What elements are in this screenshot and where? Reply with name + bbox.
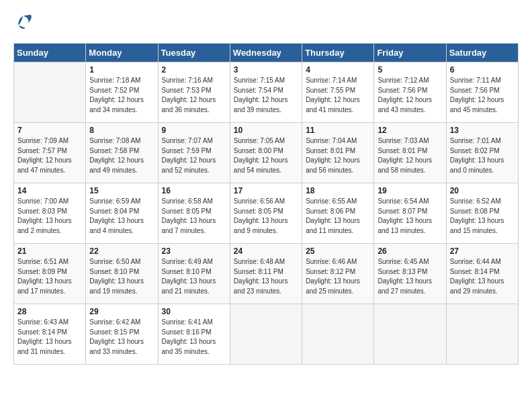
calendar-cell: 10Sunrise: 7:05 AM Sunset: 8:00 PM Dayli… [230, 123, 302, 183]
day-info: Sunrise: 6:46 AM Sunset: 8:12 PM Dayligh… [306, 257, 370, 296]
day-number: 29 [89, 307, 154, 316]
calendar-cell: 22Sunrise: 6:50 AM Sunset: 8:10 PM Dayli… [86, 244, 158, 304]
col-header-tuesday: Tuesday [158, 44, 230, 62]
calendar-cell [302, 304, 374, 365]
day-number: 25 [306, 246, 370, 256]
calendar-cell [374, 304, 446, 365]
day-info: Sunrise: 6:51 AM Sunset: 8:09 PM Dayligh… [17, 257, 82, 296]
logo-icon [13, 13, 32, 32]
day-info: Sunrise: 6:44 AM Sunset: 8:14 PM Dayligh… [450, 257, 515, 296]
day-number: 20 [450, 186, 515, 195]
day-number: 13 [450, 126, 515, 135]
calendar-cell: 16Sunrise: 6:58 AM Sunset: 8:05 PM Dayli… [158, 183, 230, 244]
day-info: Sunrise: 6:58 AM Sunset: 8:05 PM Dayligh… [162, 197, 226, 236]
day-info: Sunrise: 7:12 AM Sunset: 7:56 PM Dayligh… [378, 76, 442, 115]
day-info: Sunrise: 7:03 AM Sunset: 8:01 PM Dayligh… [378, 136, 442, 175]
day-info: Sunrise: 6:48 AM Sunset: 8:11 PM Dayligh… [234, 257, 298, 296]
calendar-table: SundayMondayTuesdayWednesdayThursdayFrid… [13, 43, 519, 365]
calendar-cell: 1Sunrise: 7:18 AM Sunset: 7:52 PM Daylig… [86, 62, 158, 123]
day-info: Sunrise: 7:00 AM Sunset: 8:03 PM Dayligh… [17, 197, 82, 236]
day-info: Sunrise: 7:18 AM Sunset: 7:52 PM Dayligh… [89, 76, 154, 115]
day-number: 6 [450, 65, 515, 75]
day-info: Sunrise: 6:55 AM Sunset: 8:06 PM Dayligh… [306, 197, 370, 236]
calendar-cell: 13Sunrise: 7:01 AM Sunset: 8:02 PM Dayli… [446, 123, 518, 183]
day-info: Sunrise: 6:50 AM Sunset: 8:10 PM Dayligh… [89, 257, 154, 296]
day-info: Sunrise: 7:14 AM Sunset: 7:55 PM Dayligh… [306, 76, 370, 115]
calendar-cell: 12Sunrise: 7:03 AM Sunset: 8:01 PM Dayli… [374, 123, 446, 183]
day-number: 1 [89, 65, 154, 75]
calendar-cell: 19Sunrise: 6:54 AM Sunset: 8:07 PM Dayli… [374, 183, 446, 244]
calendar-cell: 25Sunrise: 6:46 AM Sunset: 8:12 PM Dayli… [302, 244, 374, 304]
calendar-cell: 8Sunrise: 7:08 AM Sunset: 7:58 PM Daylig… [86, 123, 158, 183]
day-number: 19 [378, 186, 442, 195]
page-header [13, 13, 519, 32]
calendar-cell: 18Sunrise: 6:55 AM Sunset: 8:06 PM Dayli… [302, 183, 374, 244]
calendar-cell: 17Sunrise: 6:56 AM Sunset: 8:05 PM Dayli… [230, 183, 302, 244]
calendar-cell: 4Sunrise: 7:14 AM Sunset: 7:55 PM Daylig… [302, 62, 374, 123]
col-header-saturday: Saturday [446, 44, 518, 62]
col-header-monday: Monday [86, 44, 158, 62]
day-number: 7 [17, 126, 82, 135]
day-number: 3 [234, 65, 298, 75]
day-info: Sunrise: 6:52 AM Sunset: 8:08 PM Dayligh… [450, 197, 515, 236]
calendar-cell [446, 304, 518, 365]
day-info: Sunrise: 6:49 AM Sunset: 8:10 PM Dayligh… [162, 257, 226, 296]
day-info: Sunrise: 6:42 AM Sunset: 8:15 PM Dayligh… [89, 318, 154, 357]
calendar-cell: 21Sunrise: 6:51 AM Sunset: 8:09 PM Dayli… [14, 244, 86, 304]
col-header-wednesday: Wednesday [230, 44, 302, 62]
col-header-sunday: Sunday [14, 44, 86, 62]
day-info: Sunrise: 6:45 AM Sunset: 8:13 PM Dayligh… [378, 257, 442, 296]
calendar-cell: 15Sunrise: 6:59 AM Sunset: 8:04 PM Dayli… [86, 183, 158, 244]
day-number: 12 [378, 126, 442, 135]
day-info: Sunrise: 7:05 AM Sunset: 8:00 PM Dayligh… [234, 136, 298, 175]
day-number: 27 [450, 246, 515, 256]
day-info: Sunrise: 7:15 AM Sunset: 7:54 PM Dayligh… [234, 76, 298, 115]
day-number: 10 [234, 126, 298, 135]
day-number: 17 [234, 186, 298, 195]
day-info: Sunrise: 6:43 AM Sunset: 8:14 PM Dayligh… [17, 318, 82, 357]
calendar-cell: 9Sunrise: 7:07 AM Sunset: 7:59 PM Daylig… [158, 123, 230, 183]
day-info: Sunrise: 7:07 AM Sunset: 7:59 PM Dayligh… [162, 136, 226, 175]
day-number: 21 [17, 246, 82, 256]
calendar-cell: 24Sunrise: 6:48 AM Sunset: 8:11 PM Dayli… [230, 244, 302, 304]
calendar-cell: 2Sunrise: 7:16 AM Sunset: 7:53 PM Daylig… [158, 62, 230, 123]
calendar-cell: 30Sunrise: 6:41 AM Sunset: 8:16 PM Dayli… [158, 304, 230, 365]
calendar-cell: 7Sunrise: 7:09 AM Sunset: 7:57 PM Daylig… [14, 123, 86, 183]
calendar-cell: 27Sunrise: 6:44 AM Sunset: 8:14 PM Dayli… [446, 244, 518, 304]
calendar-cell [230, 304, 302, 365]
day-info: Sunrise: 6:54 AM Sunset: 8:07 PM Dayligh… [378, 197, 442, 236]
day-info: Sunrise: 7:09 AM Sunset: 7:57 PM Dayligh… [17, 136, 82, 175]
calendar-cell: 23Sunrise: 6:49 AM Sunset: 8:10 PM Dayli… [158, 244, 230, 304]
day-number: 8 [89, 126, 154, 135]
day-number: 5 [378, 65, 442, 75]
day-number: 18 [306, 186, 370, 195]
calendar-cell: 14Sunrise: 7:00 AM Sunset: 8:03 PM Dayli… [14, 183, 86, 244]
day-info: Sunrise: 6:56 AM Sunset: 8:05 PM Dayligh… [234, 197, 298, 236]
logo [13, 13, 35, 32]
calendar-cell [14, 62, 86, 123]
col-header-friday: Friday [374, 44, 446, 62]
day-number: 11 [306, 126, 370, 135]
day-number: 22 [89, 246, 154, 256]
calendar-cell: 28Sunrise: 6:43 AM Sunset: 8:14 PM Dayli… [14, 304, 86, 365]
calendar-cell: 3Sunrise: 7:15 AM Sunset: 7:54 PM Daylig… [230, 62, 302, 123]
day-info: Sunrise: 7:04 AM Sunset: 8:01 PM Dayligh… [306, 136, 370, 175]
day-number: 28 [17, 307, 82, 316]
col-header-thursday: Thursday [302, 44, 374, 62]
day-info: Sunrise: 6:59 AM Sunset: 8:04 PM Dayligh… [89, 197, 154, 236]
calendar-cell: 6Sunrise: 7:11 AM Sunset: 7:56 PM Daylig… [446, 62, 518, 123]
calendar-cell: 26Sunrise: 6:45 AM Sunset: 8:13 PM Dayli… [374, 244, 446, 304]
day-number: 2 [162, 65, 226, 75]
day-info: Sunrise: 7:08 AM Sunset: 7:58 PM Dayligh… [89, 136, 154, 175]
day-number: 23 [162, 246, 226, 256]
day-number: 16 [162, 186, 226, 195]
calendar-cell: 5Sunrise: 7:12 AM Sunset: 7:56 PM Daylig… [374, 62, 446, 123]
calendar-cell: 20Sunrise: 6:52 AM Sunset: 8:08 PM Dayli… [446, 183, 518, 244]
day-number: 15 [89, 186, 154, 195]
day-number: 14 [17, 186, 82, 195]
calendar-cell: 11Sunrise: 7:04 AM Sunset: 8:01 PM Dayli… [302, 123, 374, 183]
day-info: Sunrise: 7:16 AM Sunset: 7:53 PM Dayligh… [162, 76, 226, 115]
day-info: Sunrise: 6:41 AM Sunset: 8:16 PM Dayligh… [162, 318, 226, 357]
day-number: 9 [162, 126, 226, 135]
day-info: Sunrise: 7:01 AM Sunset: 8:02 PM Dayligh… [450, 136, 515, 175]
